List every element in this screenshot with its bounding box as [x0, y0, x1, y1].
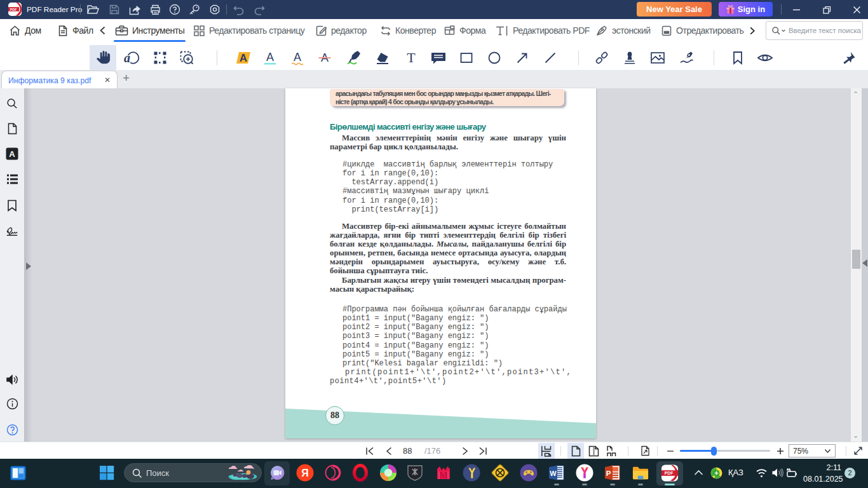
svg-text:A: A [294, 51, 301, 64]
svg-text:Я: Я [301, 468, 309, 478]
svg-text:PDF: PDF [665, 471, 674, 475]
svg-text:a: a [124, 51, 130, 65]
svg-text:M: M [439, 470, 448, 480]
svg-text:T: T [407, 50, 416, 65]
svg-text:A: A [266, 51, 274, 64]
svg-text:A: A [240, 52, 247, 64]
svg-text:W: W [550, 470, 557, 477]
svg-text:A: A [9, 149, 15, 159]
svg-text:P: P [606, 470, 611, 477]
svg-text:PDF: PDF [10, 8, 18, 11]
